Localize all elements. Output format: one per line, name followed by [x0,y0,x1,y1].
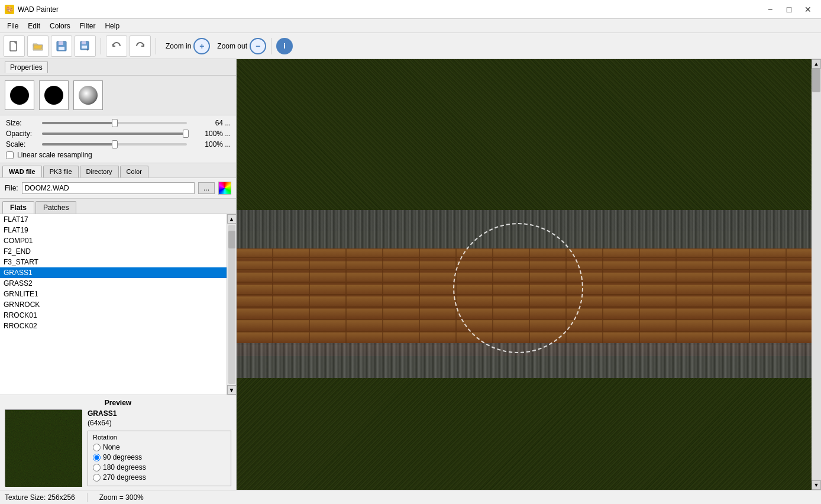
viewport-scroll-thumb[interactable] [812,69,820,92]
list-item[interactable]: RROCK01 [0,310,227,321]
minimize-button[interactable]: − [762,4,778,15]
opacity-thumb[interactable] [183,130,189,138]
svg-text:+: + [86,47,89,52]
preview-info: GRASS1 (64x64) Rotation None 90 degreess [88,409,231,486]
menu-file[interactable]: File [2,21,23,31]
list-item[interactable]: GRASS2 [0,278,227,289]
scroll-track[interactable] [228,225,235,384]
viewport-scroll-up[interactable]: ▲ [812,59,821,69]
file-label: File: [5,184,18,192]
rotation-none-label: None [103,443,120,451]
grass-top-layer [237,59,821,231]
maximize-button[interactable]: □ [781,4,797,15]
size-track[interactable] [42,122,187,124]
status-zoom: Zoom = 300% [99,493,144,502]
rotation-270-label: 270 degreess [103,473,146,482]
status-texture-size: Texture Size: 256x256 [5,493,75,502]
opacity-track[interactable] [42,133,187,135]
svg-rect-9 [5,410,82,487]
menu-filter[interactable]: Filter [75,21,101,31]
viewport-scrollbar[interactable]: ▲ ▼ [812,59,821,490]
zoom-out-button[interactable]: − [250,38,266,54]
linear-scale-row: Linear scale resampling [6,151,230,159]
title-bar: 🎨 WAD Painter − □ ✕ [0,0,821,19]
rotation-180-row: 180 degreess [93,463,226,471]
opacity-slider-row: Opacity: 100% ... [6,130,230,138]
rotation-90-row: 90 degreess [93,453,226,461]
close-button[interactable]: ✕ [800,4,816,15]
main-container: Properties Size: 64 [0,59,821,490]
status-divider [87,493,88,502]
save-button[interactable] [51,35,72,57]
redo-button[interactable] [130,35,151,57]
undo-button[interactable] [106,35,127,57]
rotation-group: Rotation None 90 degreess 180 degreess [88,431,231,486]
opacity-more[interactable]: ... [224,130,230,138]
texture-list[interactable]: FLAT17 FLAT19 COMP01 F2_END F3_START GRA… [0,214,227,395]
texture-canvas[interactable] [237,59,821,490]
rotation-none-row: None [93,443,226,451]
toolbar-divider-1 [101,38,101,54]
tab-color[interactable]: Color [120,166,148,177]
file-row: File: ... [0,178,236,199]
scroll-down-arrow[interactable]: ▼ [227,385,237,395]
status-bar: Texture Size: 256x256 Zoom = 300% [0,490,821,504]
scale-more[interactable]: ... [224,140,230,148]
rotation-180-label: 180 degreess [103,463,146,471]
zoom-in-button[interactable]: + [193,38,210,54]
menu-bar: File Edit Colors Filter Help [0,19,821,33]
file-path-input[interactable] [22,182,195,194]
new-file-button[interactable] [4,35,25,57]
list-item-selected[interactable]: GRASS1 [0,267,227,278]
texture-list-scrollbar[interactable]: ▲ ▼ [227,214,236,395]
list-item[interactable]: FLAT19 [0,225,227,235]
tab-wad-file[interactable]: WAD file [2,166,42,177]
menu-help[interactable]: Help [100,21,124,31]
rotation-180-radio[interactable] [93,464,101,471]
color-grid-button[interactable] [218,182,231,195]
size-thumb[interactable] [112,119,118,127]
list-item[interactable]: F3_START [0,257,227,267]
scroll-up-arrow[interactable]: ▲ [227,214,237,224]
solid-brush-preview[interactable] [5,80,34,110]
rotation-270-radio[interactable] [93,474,101,482]
sliders-section: Size: 64 ... Opacity: 100% ... [0,115,236,163]
list-item[interactable]: GRNLITE1 [0,289,227,299]
viewport-scroll-track[interactable] [812,69,821,480]
tab-directory[interactable]: Directory [80,166,119,177]
rotation-title: Rotation [93,434,226,441]
scroll-thumb[interactable] [228,231,235,248]
properties-tab-label[interactable]: Properties [5,62,48,73]
tab-pk3-file[interactable]: PK3 file [43,166,79,177]
open-file-button[interactable] [27,35,49,57]
list-item[interactable]: RROCK02 [0,321,227,331]
rotation-90-radio[interactable] [93,454,101,461]
rotation-none-radio[interactable] [93,444,101,451]
scale-thumb[interactable] [112,140,118,148]
list-item[interactable]: GRNROCK [0,299,227,310]
circle-brush-preview[interactable] [39,80,69,110]
gradient-brush-preview[interactable] [73,80,103,110]
save-as-button[interactable]: + [75,35,96,57]
info-button[interactable]: i [276,38,293,54]
list-item[interactable]: FLAT17 [0,214,227,225]
viewport[interactable]: ▲ ▼ [237,59,821,490]
menu-edit[interactable]: Edit [23,21,45,31]
opacity-value: 100% [190,130,223,138]
scale-track[interactable] [42,143,187,146]
zoom-out-label: Zoom out [217,42,247,50]
menu-colors[interactable]: Colors [45,21,75,31]
rotation-90-label: 90 degreess [103,453,142,461]
list-item[interactable]: F2_END [0,246,227,257]
preview-content: GRASS1 (64x64) Rotation None 90 degreess [5,409,231,486]
list-item[interactable]: COMP01 [0,235,227,246]
browse-button[interactable]: ... [198,182,215,194]
linear-scale-checkbox[interactable] [6,151,14,159]
tab-patches[interactable]: Patches [35,201,76,214]
viewport-scroll-down[interactable]: ▼ [812,480,821,490]
gradient-brush-icon [79,86,98,105]
properties-tab-header: Properties [0,59,236,76]
tab-flats[interactable]: Flats [2,201,34,214]
canvas-area[interactable] [237,59,821,490]
size-more[interactable]: ... [224,119,230,127]
